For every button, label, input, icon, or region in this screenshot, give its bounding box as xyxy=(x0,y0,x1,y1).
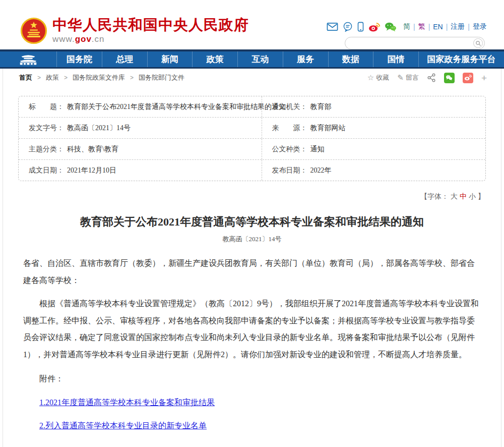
font-small-button[interactable]: 小 xyxy=(469,193,476,200)
font-large-button[interactable]: 大 xyxy=(451,193,458,200)
comment-button[interactable]: ✎留言 xyxy=(397,73,419,82)
meta-row-category: 主题分类：科技、教育\教育 公文种类：通知 xyxy=(19,139,485,160)
document-meta-table: 标 题：教育部关于公布2021年度普通高等学校本科专业备案和审批结果的通知 发文… xyxy=(18,96,486,181)
search-box xyxy=(345,37,485,49)
site-logo[interactable]: 中华人民共和国中央人民政府 www.gov.cn xyxy=(20,17,249,44)
lang-simplified-link[interactable]: 简 xyxy=(403,22,410,31)
search-input[interactable] xyxy=(351,38,467,48)
mobile-icon[interactable] xyxy=(357,22,364,32)
article: 教育部关于公布2021年度普通高等学校本科专业备案和审批结果的通知 教高函〔20… xyxy=(3,214,501,447)
register-link[interactable]: 注册 xyxy=(451,22,465,31)
breadcrumb-home[interactable]: 首页 xyxy=(19,73,32,82)
lang-links: 简 | 繁 | EN | 注册 | 登录 xyxy=(403,22,487,31)
meta-row-title: 标 题：教育部关于公布2021年度普通高等学校本科专业备案和审批结果的通知 发文… xyxy=(19,96,485,118)
wechat-icon[interactable] xyxy=(385,22,397,32)
nav-home[interactable] xyxy=(0,51,56,67)
main-nav: 国务院 总理 新闻 政策 互动 服务 数据 国情 国家政务服务平台 xyxy=(0,49,504,69)
nav-item-guowuyuan[interactable]: 国务院 xyxy=(56,51,102,67)
meta-label: 公文种类： xyxy=(272,145,307,154)
font-size-control: 【字体：大中小】 xyxy=(3,192,486,201)
nav-item-hudong[interactable]: 互动 xyxy=(237,51,283,67)
attachment-link-1[interactable]: 1.2021年度普通高等学校本科专业备案和审批结果 xyxy=(23,394,481,411)
font-medium-button[interactable]: 中 xyxy=(460,193,467,200)
lang-english-link[interactable]: EN xyxy=(433,23,443,31)
search-button[interactable] xyxy=(473,38,483,48)
lang-traditional-link[interactable]: 繁 xyxy=(418,22,425,31)
nav-item-zongli[interactable]: 总理 xyxy=(102,51,147,67)
mail-icon[interactable] xyxy=(327,22,338,31)
site-url: www.gov.cn xyxy=(52,34,249,44)
page-tools: ☆收藏 ✎留言 + xyxy=(367,73,487,83)
share-button[interactable] xyxy=(427,73,436,82)
meta-title-value: 教育部关于公布2021年度普通高等学校本科专业备案和审批结果的通知 xyxy=(67,102,286,111)
national-emblem-icon xyxy=(20,17,47,44)
meta-label: 来 源： xyxy=(272,124,307,133)
more-share-button[interactable]: + xyxy=(481,73,487,83)
share-weibo-button[interactable] xyxy=(463,73,473,83)
login-link[interactable]: 登录 xyxy=(473,22,487,31)
meta-written-date-value: 2021年12月10日 xyxy=(67,166,116,175)
meta-agency-value: 教育部 xyxy=(310,102,332,111)
meta-label: 标 题： xyxy=(29,102,64,111)
article-body-paragraph: 根据《普通高等学校本科专业设置管理规定》（教高〔2012〕9号），我部组织开展了… xyxy=(23,295,481,364)
comment-icon[interactable] xyxy=(343,22,353,32)
article-doc-number: 教高函〔2021〕14号 xyxy=(23,235,481,244)
breadcrumb: 首页 > 政策 > 国务院政策文件库 > 国务院部门文件 xyxy=(19,73,184,82)
nav-item-zhengwu-platform[interactable]: 国家政务服务平台 xyxy=(418,51,504,67)
star-icon: ☆ xyxy=(367,73,374,82)
nav-item-guoqing[interactable]: 国情 xyxy=(373,51,418,67)
meta-doctype-value: 通知 xyxy=(310,145,325,154)
meta-publish-date-value: 2022年 xyxy=(310,166,332,175)
meta-label: 发布日期： xyxy=(272,166,307,175)
breadcrumb-zhengce[interactable]: 政策 xyxy=(46,73,59,82)
meta-label: 发文机关： xyxy=(272,102,307,111)
article-title: 教育部关于公布2021年度普通高等学校本科专业备案和审批结果的通知 xyxy=(23,214,481,230)
nav-item-zhengce[interactable]: 政策 xyxy=(192,51,237,67)
meta-row-dates: 成文日期：2021年12月10日 发布日期：2022年 xyxy=(19,160,485,181)
meta-docno-value: 教高函〔2021〕14号 xyxy=(67,124,131,133)
article-salutation: 各省、自治区、直辖市教育厅（教委），新疆生产建设兵团教育局，有关部门（单位）教育… xyxy=(23,255,481,289)
nav-item-shuju[interactable]: 数据 xyxy=(328,51,373,67)
share-icon xyxy=(427,73,436,82)
content-frame: 首页 > 政策 > 国务院政策文件库 > 国务院部门文件 ☆收藏 ✎留言 + 标… xyxy=(3,69,501,447)
meta-label: 发文字号： xyxy=(29,124,64,133)
attachments-label: 附件： xyxy=(23,370,481,387)
site-title: 中华人民共和国中央人民政府 xyxy=(52,17,249,33)
meta-label: 成文日期： xyxy=(29,166,64,175)
weibo-icon xyxy=(464,74,472,82)
favorite-button[interactable]: ☆收藏 xyxy=(367,73,389,82)
share-wechat-button[interactable] xyxy=(444,73,455,83)
search-icon xyxy=(475,40,481,46)
wechat-icon xyxy=(445,74,453,82)
breadcrumb-policy-library[interactable]: 国务院政策文件库 xyxy=(73,73,125,82)
tiananmen-icon xyxy=(18,53,39,66)
meta-category-value: 科技、教育\教育 xyxy=(67,145,118,154)
meta-source-value: 教育部网站 xyxy=(310,124,346,133)
meta-row-number: 发文字号：教高函〔2021〕14号 来 源：教育部网站 xyxy=(19,118,485,139)
attachment-link-2[interactable]: 2.列入普通高等学校本科专业目录的新专业名单 xyxy=(23,417,481,434)
weibo-icon[interactable] xyxy=(368,22,380,32)
pencil-icon: ✎ xyxy=(397,73,404,82)
site-header: 中华人民共和国中央人民政府 www.gov.cn 简 | 繁 | EN | 注册… xyxy=(0,0,504,49)
meta-label: 主题分类： xyxy=(29,145,64,154)
nav-item-xinwen[interactable]: 新闻 xyxy=(147,51,193,67)
breadcrumb-row: 首页 > 政策 > 国务院政策文件库 > 国务院部门文件 ☆收藏 ✎留言 + xyxy=(3,69,501,87)
breadcrumb-department-docs[interactable]: 国务院部门文件 xyxy=(139,73,184,82)
nav-item-fuwu[interactable]: 服务 xyxy=(283,51,328,67)
header-right: 简 | 繁 | EN | 注册 | 登录 xyxy=(345,21,487,49)
